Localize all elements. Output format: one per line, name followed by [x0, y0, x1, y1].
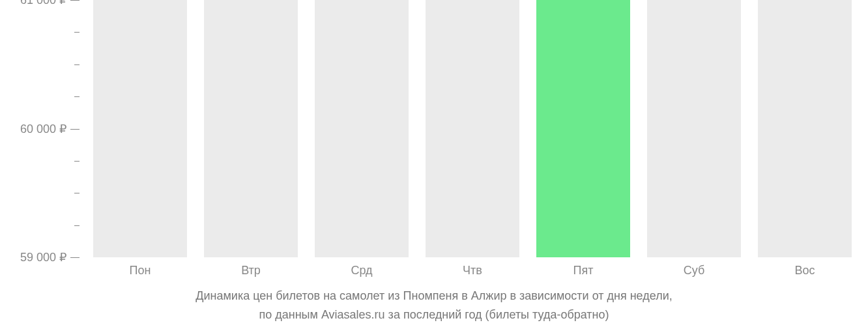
x-axis-label: Пят [528, 264, 639, 277]
x-axis-label: Срд [306, 264, 417, 277]
bar-slot [639, 0, 749, 257]
x-axis-label: Суб [639, 264, 749, 277]
x-axis-label: Чтв [417, 264, 528, 277]
y-axis-minor-tick [74, 32, 80, 33]
bar-slot [749, 0, 860, 257]
bars-container [85, 0, 860, 257]
bar-slot [528, 0, 639, 257]
bar-slot [417, 0, 528, 257]
bar-empty [315, 0, 409, 257]
x-axis-label: Втр [195, 264, 306, 277]
y-axis-label: 59 000 ₽ [20, 250, 66, 264]
bar-highlight [536, 0, 631, 257]
y-axis-minor-tick [74, 193, 80, 193]
y-axis-minor-tick [74, 161, 80, 162]
bar-empty [426, 0, 520, 257]
y-axis-label: 60 000 ₽ [20, 122, 66, 136]
y-axis-minor-tick [74, 96, 80, 97]
y-axis-minor-tick [74, 64, 80, 65]
bar-slot [306, 0, 417, 257]
x-axis: ПонВтрСрдЧтвПятСубВос [85, 264, 860, 277]
y-axis-tick [70, 129, 80, 130]
y-axis-tick [70, 0, 80, 1]
bar-empty [647, 0, 742, 257]
bar-slot [195, 0, 306, 257]
y-axis-tick [70, 257, 80, 258]
bar-empty [93, 0, 188, 257]
caption-line-2: по данным Aviasales.ru за последний год … [0, 306, 868, 324]
y-axis: 59 000 ₽60 000 ₽61 000 ₽ [0, 0, 85, 257]
bar-slot [85, 0, 195, 257]
caption-line-1: Динамика цен билетов на самолет из Пномп… [0, 287, 868, 306]
bar-empty [758, 0, 852, 257]
x-axis-label: Вос [749, 264, 860, 277]
plot-area [85, 0, 860, 257]
chart-caption: Динамика цен билетов на самолет из Пномп… [0, 287, 868, 324]
x-axis-label: Пон [85, 264, 195, 277]
y-axis-minor-tick [74, 225, 80, 226]
bar-empty [204, 0, 298, 257]
y-axis-label: 61 000 ₽ [20, 0, 66, 7]
price-by-weekday-chart: 59 000 ₽60 000 ₽61 000 ₽ ПонВтрСрдЧтвПят… [0, 0, 868, 327]
